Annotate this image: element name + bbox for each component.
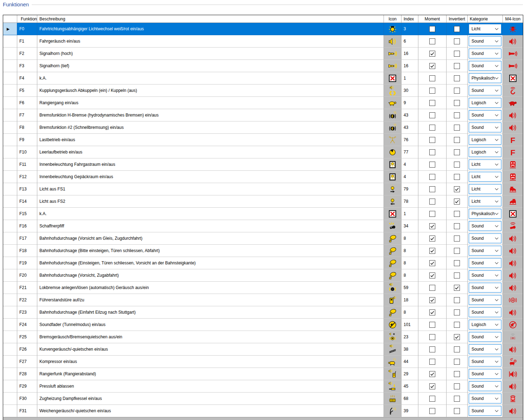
kategorie-select[interactable]: Logisch [469, 98, 501, 108]
beschreibung-cell[interactable]: Bahnhofsdurchsage (Bitte einsteigen, Tür… [37, 245, 384, 257]
funktion-cell[interactable]: F16 [17, 220, 37, 232]
kategorie-select[interactable]: Sound [469, 258, 501, 268]
beschreibung-cell[interactable]: Bahnhofsdurchsage (Einfahrt Eilzug nach … [37, 306, 384, 319]
table-row[interactable]: F30 Zugheizung Dampfkessel ein/aus 68 So… [3, 393, 523, 405]
kategorie-select[interactable]: Logisch [469, 135, 501, 145]
beschreibung-cell[interactable]: Lokbremse anlegen/lösen (automatisch) Ge… [37, 282, 384, 294]
row-selector-cell[interactable] [3, 282, 17, 294]
table-row[interactable]: F5 Kupplungsgeräusch Abkuppeln (ein) / K… [3, 84, 523, 97]
index-cell[interactable]: 16 [401, 60, 418, 72]
kategorie-select[interactable]: Sound [469, 344, 501, 354]
invertiert-checkbox[interactable] [454, 272, 460, 278]
invertiert-checkbox[interactable] [454, 334, 460, 340]
moment-checkbox[interactable] [429, 149, 435, 155]
row-selector-cell[interactable] [3, 405, 17, 417]
index-cell[interactable]: 45 [401, 380, 418, 393]
kategorie-select[interactable]: Logisch [469, 147, 501, 157]
index-cell[interactable]: 77 [401, 146, 418, 158]
row-selector-cell[interactable] [3, 343, 17, 356]
index-cell[interactable]: 43 [401, 109, 418, 121]
kategorie-select[interactable]: Sound [469, 295, 501, 305]
moment-checkbox[interactable] [429, 38, 435, 44]
index-cell[interactable]: 8 [401, 269, 418, 282]
funktion-cell[interactable]: F8 [17, 121, 37, 134]
moment-checkbox[interactable] [429, 285, 435, 291]
moment-checkbox[interactable] [429, 223, 435, 229]
row-selector-cell[interactable] [3, 195, 17, 208]
invertiert-checkbox[interactable] [454, 297, 460, 303]
funktion-cell[interactable]: F0 [17, 23, 37, 35]
table-row[interactable]: F22 Führerstandstüre auf/zu 18 Sound [3, 294, 523, 306]
invertiert-checkbox[interactable] [454, 88, 460, 94]
header-beschreibung[interactable]: Beschreibung [37, 15, 384, 23]
kategorie-select[interactable]: Licht [469, 24, 501, 34]
moment-checkbox[interactable] [429, 174, 435, 180]
kategorie-select[interactable]: Sound [469, 246, 501, 256]
table-row[interactable]: F19 Bahnhofsdurchsage (Einsteigen, Türen… [3, 257, 523, 269]
kategorie-select[interactable]: Sound [469, 394, 501, 403]
moment-checkbox[interactable] [429, 272, 435, 278]
beschreibung-cell[interactable]: Führerstandstüre auf/zu [37, 294, 384, 306]
index-cell[interactable]: 68 [401, 393, 418, 405]
funktion-cell[interactable]: F9 [17, 134, 37, 146]
beschreibung-cell[interactable]: Fahrtrichtungsabhängiger Lichtwechsel we… [37, 23, 384, 35]
table-row[interactable]: F10 Leerlaufbetrieb ein/aus 77 Logisch F [3, 146, 523, 158]
row-selector-cell[interactable] [3, 257, 17, 269]
invertiert-checkbox[interactable] [454, 285, 460, 291]
beschreibung-cell[interactable]: Leerlaufbetrieb ein/aus [37, 146, 384, 158]
row-selector-cell[interactable] [3, 146, 17, 158]
header-funktion[interactable]: Funktion [17, 15, 37, 23]
beschreibung-cell[interactable]: Schaffnerpfiff [37, 220, 384, 232]
funktion-cell[interactable]: F7 [17, 109, 37, 121]
row-selector-cell[interactable] [3, 84, 17, 97]
funktion-cell[interactable]: F15 [17, 208, 37, 220]
kategorie-select[interactable]: Sound [469, 123, 501, 132]
beschreibung-cell[interactable]: Kurvengeräusch/-quietschen ein/aus [37, 343, 384, 356]
moment-checkbox[interactable] [429, 383, 435, 389]
invertiert-checkbox[interactable] [454, 236, 460, 242]
index-cell[interactable]: 78 [401, 195, 418, 208]
beschreibung-cell[interactable]: k.A. [37, 208, 384, 220]
invertiert-checkbox[interactable] [454, 112, 460, 118]
row-selector-cell[interactable] [3, 72, 17, 84]
moment-checkbox[interactable] [429, 346, 435, 352]
index-cell[interactable]: 39 [401, 405, 418, 417]
moment-checkbox[interactable] [429, 186, 435, 192]
funktion-cell[interactable]: F21 [17, 282, 37, 294]
moment-checkbox[interactable] [429, 112, 435, 118]
table-row[interactable]: F17 Bahnhofsdurchsage (Vorsicht am Gleis… [3, 232, 523, 245]
table-row[interactable]: F14 Licht aus FS2 78 Licht [3, 195, 523, 208]
invertiert-checkbox[interactable] [454, 186, 460, 192]
invertiert-checkbox[interactable] [454, 75, 460, 81]
row-selector-cell[interactable] [3, 393, 17, 405]
index-cell[interactable]: 9 [401, 97, 418, 109]
funktion-cell[interactable]: F20 [17, 269, 37, 282]
invertiert-checkbox[interactable] [454, 309, 460, 315]
moment-checkbox[interactable] [429, 309, 435, 315]
index-cell[interactable]: 38 [401, 343, 418, 356]
invertiert-checkbox[interactable] [454, 396, 460, 402]
index-cell[interactable]: 34 [401, 220, 418, 232]
header-kategorie[interactable]: Kategorie [468, 15, 503, 23]
row-selector-cell[interactable] [3, 319, 17, 331]
row-selector-cell[interactable] [3, 269, 17, 282]
index-cell[interactable]: 44 [401, 356, 418, 368]
table-row[interactable]: F1 Fahrgeräusch ein/aus 6 Sound [3, 35, 523, 48]
kategorie-select[interactable]: Sound [469, 233, 501, 243]
index-cell[interactable]: 8 [401, 245, 418, 257]
invertiert-checkbox[interactable] [454, 63, 460, 69]
index-cell[interactable]: 4 [401, 158, 418, 171]
table-row[interactable]: F18 Bahnhofsdurchsage (Bitte einsteigen,… [3, 245, 523, 257]
funktion-cell[interactable]: F14 [17, 195, 37, 208]
kategorie-select[interactable]: Logisch [469, 320, 501, 330]
funktion-cell[interactable]: F26 [17, 343, 37, 356]
funktion-cell[interactable]: F10 [17, 146, 37, 158]
invertiert-checkbox[interactable] [454, 322, 460, 328]
kategorie-select[interactable]: Licht [469, 172, 501, 182]
funktion-cell[interactable]: F18 [17, 245, 37, 257]
kategorie-select[interactable]: Sound [469, 110, 501, 120]
table-row[interactable]: F12 Innenbeleuchtung Gepäckraum ein/aus … [3, 171, 523, 183]
index-cell[interactable]: 76 [401, 134, 418, 146]
table-row[interactable]: F2 Signalhorn (hoch) 16 Sound [3, 48, 523, 60]
invertiert-checkbox[interactable] [454, 383, 460, 389]
